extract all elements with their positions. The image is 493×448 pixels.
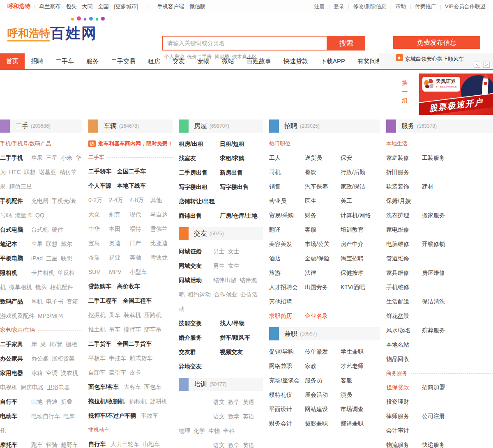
category-link[interactable]: 翻译 [269, 223, 305, 237]
category-link[interactable]: 日租/短租 [220, 140, 244, 147]
filter-link[interactable]: 现代 [129, 207, 150, 222]
subcategory-link[interactable]: 事故车 [141, 412, 158, 419]
subcategory-link[interactable]: 厨房电器 [21, 384, 44, 391]
change-ad-group-link[interactable]: 换一组 [402, 78, 408, 105]
category-link[interactable]: 传单派发 [305, 345, 341, 359]
subcategory-link[interactable]: 搅拌车 [124, 326, 141, 333]
subcategory-link[interactable]: 联想 [46, 241, 58, 247]
category-link[interactable]: KTV/酒吧 [341, 280, 376, 294]
subcategory-link[interactable]: 半挂车 [109, 355, 126, 361]
subcategory-link[interactable]: 数学 [228, 413, 240, 420]
category-label[interactable]: 电动车 [0, 409, 31, 423]
category-link[interactable]: 写字楼出售 [220, 184, 249, 190]
category-link[interactable]: 客服 [305, 223, 341, 237]
subcategory-link[interactable]: 卫浴电器 [47, 384, 70, 391]
category-link[interactable]: 保洁清洗 [422, 294, 458, 309]
subcategory-link[interactable]: 山地车 [143, 441, 160, 447]
next-announcement-button[interactable]: > [483, 62, 490, 68]
category-label[interactable]: 同城征婚 [179, 244, 213, 259]
category-link[interactable]: 殡葬服务 [422, 323, 458, 338]
category-link[interactable]: 二手工程车 [88, 297, 117, 304]
category-link[interactable]: 网络兼职 [269, 359, 305, 373]
category-link[interactable]: 淘宝招聘 [341, 251, 376, 266]
subcategory-link[interactable]: 跑车 [31, 441, 43, 448]
category-link[interactable]: 演员 [341, 388, 376, 402]
filter-link[interactable]: 大众 [88, 207, 109, 222]
subcategory-link[interactable]: 椅/凳 [49, 341, 62, 347]
nav-tab[interactable]: 微站 [216, 53, 240, 69]
category-link[interactable]: 行政/后勤 [341, 165, 376, 179]
category-header[interactable]: 兼职(10597) [269, 327, 380, 340]
account-link[interactable]: 付费推广 [415, 3, 436, 10]
subcategory-link[interactable]: 女士 [228, 248, 240, 255]
category-link[interactable]: 家电维修 [386, 223, 422, 237]
subcategory-link[interactable]: 越野车 [61, 441, 78, 448]
category-header[interactable]: 培训(50477) [179, 378, 263, 391]
subcategory-link[interactable]: 面包车 [144, 384, 161, 390]
category-link[interactable]: 租房/出租 [179, 137, 220, 151]
category-link[interactable]: 公司注册 [422, 409, 458, 423]
category-link[interactable]: 二手房出售 [179, 165, 220, 180]
subcategory-link[interactable]: 卡片相机 [31, 269, 54, 276]
category-link[interactable]: 服务员 [305, 373, 341, 388]
subcategory-link[interactable]: 普通 [46, 398, 58, 405]
category-link[interactable]: 软装装饰 [386, 179, 422, 194]
category-link[interactable]: 技能交换 [179, 316, 220, 331]
subcategory-link[interactable]: 皮卡 [129, 369, 141, 376]
subcategory-link[interactable]: 山地 [31, 398, 43, 405]
subcategory-link[interactable]: 叉车 [109, 312, 120, 318]
category-link[interactable]: 物流服务 [386, 438, 422, 448]
subcategory-link[interactable]: 充电器 [31, 198, 48, 204]
category-link[interactable]: 管道维修 [386, 251, 422, 266]
subcategory-link[interactable]: 戴尔 [61, 241, 72, 247]
subcategory-link[interactable]: 空调 [46, 370, 58, 376]
category-link[interactable]: 平面设计 [269, 402, 305, 416]
category-link[interactable]: 建材 [422, 179, 458, 194]
filter-link[interactable]: 比亚迪 [150, 236, 171, 250]
category-link[interactable]: 酒店 [269, 251, 305, 266]
filter-link[interactable]: 起亚 [109, 250, 129, 265]
category-link[interactable]: 二手货车 [88, 340, 111, 347]
category-link[interactable]: 家政/保洁 [341, 179, 376, 194]
category-link[interactable]: 求租/求购 [220, 155, 244, 161]
subcategory-link[interactable]: 手机壳/套 [52, 198, 76, 204]
category-link[interactable]: 二手轿车 [88, 168, 111, 175]
category-link[interactable]: 才艺老师 [341, 359, 376, 373]
category-link[interactable]: 贷款购车 [88, 283, 111, 289]
announcement-text[interactable]: 京城白领安心搭上顺风车 [405, 55, 464, 63]
subcategory-link[interactable]: 英语 [243, 413, 254, 420]
category-link[interactable]: 找室友 [179, 151, 220, 165]
nav-tab[interactable]: 快速贷款 [277, 53, 314, 69]
filter-link[interactable]: 2-4万 [109, 193, 129, 207]
subcategory-link[interactable]: 大客车 [124, 384, 141, 390]
category-link[interactable]: 市场/公关 [305, 237, 341, 251]
subcategory-link[interactable]: 相约运动 [188, 291, 211, 298]
subcategory-link[interactable]: 结伴出游 [213, 277, 236, 283]
subcategory-link[interactable]: 人力三轮车 [111, 441, 139, 447]
category-link[interactable]: 营业员 [269, 194, 305, 208]
category-label[interactable]: 同城活动 [179, 273, 213, 287]
nav-tab[interactable]: 二手车 [49, 53, 80, 69]
nav-tab[interactable]: 首页 [0, 53, 25, 69]
category-link[interactable]: 招商加盟 [422, 380, 458, 395]
filter-link[interactable]: 雪铁龙 [150, 250, 171, 265]
filter-link[interactable]: 中华 [88, 222, 109, 236]
category-link[interactable]: 商铺出售 [179, 209, 220, 223]
category-link[interactable]: 厂房/仓库/土地 [220, 212, 258, 219]
search-input[interactable] [162, 36, 327, 51]
category-label[interactable]: 拖拉机/收割机 [88, 398, 124, 404]
search-button[interactable]: 搜索 [327, 36, 365, 51]
subcategory-link[interactable]: iPad [31, 255, 43, 262]
current-city[interactable]: 呼和浩特 [7, 3, 30, 10]
subcategory-link[interactable]: 数学 [228, 442, 240, 448]
account-link[interactable]: 注册 [314, 3, 325, 10]
category-link[interactable]: 旅游 [269, 266, 305, 280]
subcategory-link[interactable]: 镜头 [35, 284, 47, 290]
category-label[interactable]: 同城交友 [179, 259, 213, 273]
category-link[interactable]: 手机维修 [386, 280, 422, 294]
category-link[interactable]: 担保贷款 [386, 380, 422, 395]
category-label[interactable]: 办公家具 [0, 352, 31, 366]
subcategory-link[interactable]: 三星 [46, 154, 58, 161]
category-label[interactable]: 台式电脑 [0, 223, 31, 237]
category-label[interactable]: 照相机 [0, 266, 31, 280]
